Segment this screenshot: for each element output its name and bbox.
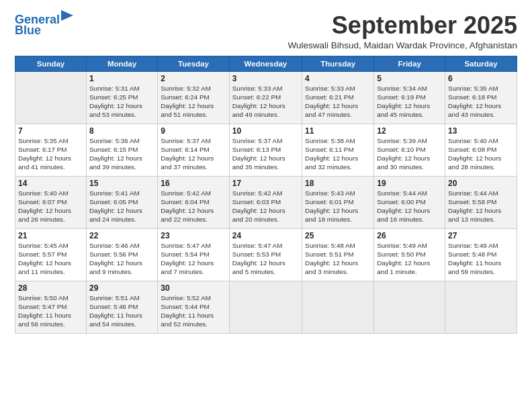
day-number: 16 [161,179,226,188]
day-number: 10 [232,126,299,136]
day-info: Sunrise: 5:44 AMSunset: 5:58 PMDaylight:… [448,189,514,224]
day-number: 9 [161,126,226,136]
table-row: 10Sunrise: 5:37 AMSunset: 6:13 PMDayligh… [229,124,302,176]
day-number: 5 [377,74,442,83]
table-row: 18Sunrise: 5:43 AMSunset: 6:01 PMDayligh… [302,176,374,228]
col-wednesday: Wednesday [229,56,302,71]
calendar-header-row: Sunday Monday Tuesday Wednesday Thursday… [15,56,517,71]
day-info: Sunrise: 5:35 AMSunset: 6:18 PMDaylight:… [448,84,514,120]
day-info: Sunrise: 5:33 AMSunset: 6:22 PMDaylight:… [232,84,299,120]
table-row: 22Sunrise: 5:46 AMSunset: 5:56 PMDayligh… [87,228,158,281]
table-row: 4Sunrise: 5:33 AMSunset: 6:21 PMDaylight… [302,71,374,124]
day-info: Sunrise: 5:50 AMSunset: 5:47 PMDaylight:… [18,293,83,329]
day-number: 24 [232,231,299,240]
day-info: Sunrise: 5:47 AMSunset: 5:54 PMDaylight:… [161,241,226,277]
month-title: September 2025 [288,12,517,39]
table-row [302,281,374,333]
table-row: 11Sunrise: 5:38 AMSunset: 6:11 PMDayligh… [302,124,374,176]
table-row: 27Sunrise: 5:49 AMSunset: 5:48 PMDayligh… [445,228,517,281]
day-info: Sunrise: 5:40 AMSunset: 6:08 PMDaylight:… [448,136,514,172]
day-number: 28 [18,283,83,293]
day-info: Sunrise: 5:51 AMSunset: 5:46 PMDaylight:… [89,293,154,329]
day-info: Sunrise: 5:41 AMSunset: 6:05 PMDaylight:… [89,189,154,224]
day-info: Sunrise: 5:42 AMSunset: 6:03 PMDaylight:… [232,189,299,224]
day-info: Sunrise: 5:49 AMSunset: 5:48 PMDaylight:… [448,241,514,277]
day-number: 11 [305,126,371,136]
table-row: 7Sunrise: 5:35 AMSunset: 6:17 PMDaylight… [15,124,87,176]
day-number: 19 [377,179,442,188]
day-number: 26 [377,231,442,240]
day-number: 1 [89,74,154,83]
table-row [374,281,445,333]
calendar-table: Sunday Monday Tuesday Wednesday Thursday… [15,56,517,334]
col-friday: Friday [374,56,445,71]
table-row: 12Sunrise: 5:39 AMSunset: 6:10 PMDayligh… [374,124,445,176]
day-number: 14 [18,179,83,188]
table-row: 23Sunrise: 5:47 AMSunset: 5:54 PMDayligh… [158,228,229,281]
day-number: 3 [232,74,299,83]
day-number: 17 [232,179,299,188]
day-number: 4 [305,74,371,83]
table-row: 9Sunrise: 5:37 AMSunset: 6:14 PMDaylight… [158,124,229,176]
table-row: 17Sunrise: 5:42 AMSunset: 6:03 PMDayligh… [229,176,302,228]
day-number: 7 [18,126,83,136]
day-number: 12 [377,126,442,136]
calendar-week-2: 7Sunrise: 5:35 AMSunset: 6:17 PMDaylight… [15,124,517,176]
table-row: 14Sunrise: 5:40 AMSunset: 6:07 PMDayligh… [15,176,87,228]
day-info: Sunrise: 5:38 AMSunset: 6:11 PMDaylight:… [305,136,371,172]
day-number: 8 [89,126,154,136]
day-info: Sunrise: 5:47 AMSunset: 5:53 PMDaylight:… [232,241,299,277]
calendar-week-5: 28Sunrise: 5:50 AMSunset: 5:47 PMDayligh… [15,281,517,333]
table-row: 21Sunrise: 5:45 AMSunset: 5:57 PMDayligh… [15,228,87,281]
day-info: Sunrise: 5:40 AMSunset: 6:07 PMDaylight:… [18,189,83,224]
day-number: 25 [305,231,371,240]
day-number: 20 [448,179,514,188]
table-row: 8Sunrise: 5:36 AMSunset: 6:15 PMDaylight… [87,124,158,176]
day-info: Sunrise: 5:35 AMSunset: 6:17 PMDaylight:… [18,136,83,172]
col-monday: Monday [87,56,158,71]
day-info: Sunrise: 5:52 AMSunset: 5:44 PMDaylight:… [161,293,226,329]
day-info: Sunrise: 5:44 AMSunset: 6:00 PMDaylight:… [377,189,442,224]
table-row: 6Sunrise: 5:35 AMSunset: 6:18 PMDaylight… [445,71,517,124]
day-number: 15 [89,179,154,188]
day-info: Sunrise: 5:46 AMSunset: 5:56 PMDaylight:… [89,241,154,277]
table-row: 1Sunrise: 5:31 AMSunset: 6:25 PMDaylight… [87,71,158,124]
col-tuesday: Tuesday [158,56,229,71]
calendar-week-4: 21Sunrise: 5:45 AMSunset: 5:57 PMDayligh… [15,228,517,281]
calendar-week-3: 14Sunrise: 5:40 AMSunset: 6:07 PMDayligh… [15,176,517,228]
table-row: 28Sunrise: 5:50 AMSunset: 5:47 PMDayligh… [15,281,87,333]
table-row [445,281,517,333]
table-row: 15Sunrise: 5:41 AMSunset: 6:05 PMDayligh… [87,176,158,228]
col-sunday: Sunday [15,56,87,71]
table-row: 13Sunrise: 5:40 AMSunset: 6:08 PMDayligh… [445,124,517,176]
day-number: 6 [448,74,514,83]
table-row [229,281,302,333]
calendar-week-1: 1Sunrise: 5:31 AMSunset: 6:25 PMDaylight… [15,71,517,124]
day-number: 22 [89,231,154,240]
day-info: Sunrise: 5:37 AMSunset: 6:13 PMDaylight:… [232,136,299,172]
day-info: Sunrise: 5:42 AMSunset: 6:04 PMDaylight:… [161,189,226,224]
day-number: 30 [161,283,226,293]
svg-marker-0 [61,10,73,21]
day-info: Sunrise: 5:31 AMSunset: 6:25 PMDaylight:… [89,84,154,120]
day-info: Sunrise: 5:33 AMSunset: 6:21 PMDaylight:… [305,84,371,120]
day-number: 21 [18,231,83,240]
table-row: 20Sunrise: 5:44 AMSunset: 5:58 PMDayligh… [445,176,517,228]
day-number: 18 [305,179,371,188]
title-block: September 2025 Wuleswali Bihsud, Maidan … [288,12,517,50]
day-info: Sunrise: 5:39 AMSunset: 6:10 PMDaylight:… [377,136,442,172]
day-info: Sunrise: 5:48 AMSunset: 5:51 PMDaylight:… [305,241,371,277]
day-info: Sunrise: 5:37 AMSunset: 6:14 PMDaylight:… [161,136,226,172]
table-row: 25Sunrise: 5:48 AMSunset: 5:51 PMDayligh… [302,228,374,281]
day-info: Sunrise: 5:43 AMSunset: 6:01 PMDaylight:… [305,189,371,224]
table-row [15,71,87,124]
logo-icon [61,10,73,25]
day-number: 13 [448,126,514,136]
location-subtitle: Wuleswali Bihsud, Maidan Wardak Province… [288,40,517,50]
day-number: 23 [161,231,226,240]
table-row: 19Sunrise: 5:44 AMSunset: 6:00 PMDayligh… [374,176,445,228]
day-number: 29 [89,283,154,293]
day-info: Sunrise: 5:34 AMSunset: 6:19 PMDaylight:… [377,84,442,120]
table-row: 24Sunrise: 5:47 AMSunset: 5:53 PMDayligh… [229,228,302,281]
day-number: 27 [448,231,514,240]
